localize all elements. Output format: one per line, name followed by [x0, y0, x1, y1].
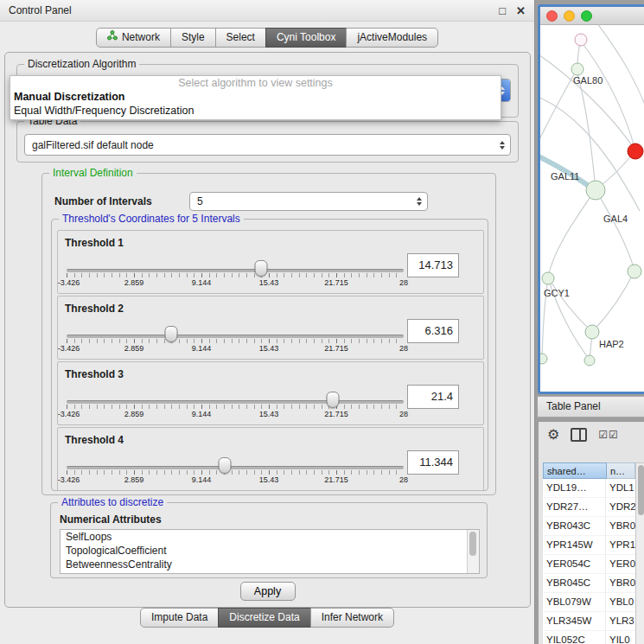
cell[interactable]: YER054C: [543, 555, 606, 573]
column-header-name[interactable]: n…: [607, 462, 635, 479]
cell[interactable]: YDR27…: [543, 498, 606, 516]
number-of-intervals-combobox[interactable]: 5: [189, 192, 428, 211]
threshold-value-field[interactable]: 21.4: [407, 385, 459, 409]
table-row[interactable]: YER054C YER0: [543, 555, 635, 574]
table-toolbar: ⚙ ☑☑: [547, 424, 619, 445]
group-title: Interval Definition: [49, 167, 137, 179]
slider-track[interactable]: [67, 335, 404, 338]
tick-label: 9.144: [192, 344, 212, 353]
table-row[interactable]: YDL19… YDL1: [543, 479, 635, 498]
tab-discretize-data[interactable]: Discretize Data: [218, 608, 310, 628]
network-node[interactable]: [575, 34, 587, 46]
network-node-selected[interactable]: [628, 143, 643, 159]
threshold-slider[interactable]: -3.426 2.859 9.144 15.43 21.715 28: [67, 296, 404, 359]
tab-jactivemodules[interactable]: jActiveModules: [346, 28, 438, 48]
apply-button[interactable]: Apply: [240, 582, 296, 601]
table-row[interactable]: YBR043C YBR0: [543, 517, 635, 536]
threshold-slider[interactable]: -3.426 2.859 9.144 15.43 21.715 28: [67, 362, 404, 424]
cell[interactable]: YBR0: [606, 517, 635, 535]
cell[interactable]: YBL0: [606, 593, 635, 611]
table-row[interactable]: YBL079W YBL0: [543, 593, 635, 612]
cell[interactable]: YIL0: [606, 631, 635, 644]
table-data-group: Table Data galFiltered.sif default node: [16, 121, 519, 163]
table-row[interactable]: YPR145W YPR1: [543, 536, 635, 555]
tick-label: 21.715: [324, 278, 348, 287]
gear-icon[interactable]: ⚙: [547, 428, 559, 442]
cell[interactable]: YDL19…: [543, 479, 606, 497]
table-row[interactable]: YIL052C YIL0: [543, 631, 635, 644]
close-icon[interactable]: ✕: [516, 5, 526, 16]
top-tab-bar: Network Style Select Cyni Toolbox jActiv…: [0, 28, 534, 48]
scrollbar-thumb[interactable]: [638, 465, 644, 515]
list-item[interactable]: TopologicalCoefficient: [61, 544, 479, 558]
network-canvas[interactable]: GAL80 GAL11 GAL4 GCY1 HAP2: [540, 25, 644, 392]
combobox-arrows-icon[interactable]: [494, 135, 510, 155]
restore-icon[interactable]: □: [499, 5, 506, 16]
cell[interactable]: YPR1: [606, 536, 635, 554]
cell[interactable]: YIL052C: [543, 631, 606, 644]
network-node[interactable]: [571, 63, 583, 75]
interval-definition-group: Interval Definition Number of Intervals …: [41, 173, 496, 495]
cell[interactable]: YBR043C: [543, 517, 606, 535]
column-header-shared-name[interactable]: shared…: [543, 462, 607, 479]
table-row[interactable]: YLR345W YLR3: [543, 612, 635, 631]
tab-select[interactable]: Select: [215, 28, 266, 48]
threshold-value-field[interactable]: 6.316: [407, 319, 459, 343]
slider-thumb[interactable]: [164, 326, 177, 342]
tab-cyni-toolbox[interactable]: Cyni Toolbox: [265, 28, 347, 48]
columns-icon[interactable]: [571, 428, 587, 442]
slider-thumb[interactable]: [219, 457, 232, 474]
network-node[interactable]: [628, 265, 641, 278]
cell[interactable]: YBR0: [606, 574, 635, 592]
network-node[interactable]: [540, 354, 547, 364]
table-row[interactable]: YBR045C YBR0: [543, 574, 635, 593]
attributes-list[interactable]: SelfLoops TopologicalCoefficient Between…: [60, 529, 480, 574]
list-scrollbar[interactable]: [467, 530, 479, 573]
select-columns-checkbox-icon[interactable]: ☑☑: [598, 430, 619, 440]
window-title: Control Panel: [9, 4, 72, 16]
scrollbar-thumb[interactable]: [469, 532, 476, 556]
cell[interactable]: YPR145W: [543, 536, 606, 554]
threshold-panel-4: Threshold 4 -3.426 2.859 9.144 15.43 21.…: [57, 427, 484, 491]
tab-style[interactable]: Style: [170, 28, 216, 48]
slider-track[interactable]: [67, 400, 404, 404]
tab-network[interactable]: Network: [96, 28, 171, 48]
dropdown-hint: Select algorithm to view settings: [10, 76, 501, 90]
threshold-value-field[interactable]: 14.713: [407, 253, 459, 277]
tick-label: 15.43: [259, 475, 279, 484]
network-node[interactable]: [586, 181, 605, 200]
cell[interactable]: YBR045C: [543, 574, 606, 592]
cell[interactable]: YLR345W: [543, 612, 606, 630]
table-scrollbar[interactable]: [635, 462, 644, 644]
network-node[interactable]: [585, 325, 599, 339]
tab-label: jActiveModules: [357, 29, 427, 47]
close-traffic-light[interactable]: [546, 10, 558, 22]
slider-thumb[interactable]: [327, 392, 340, 408]
slider-thumb[interactable]: [255, 260, 268, 277]
cell[interactable]: YBL079W: [543, 593, 606, 611]
table-panel-header[interactable]: Table Panel: [538, 396, 644, 418]
table-row[interactable]: YDR27… YDR2: [543, 498, 635, 517]
dropdown-option-manual-discretization[interactable]: Manual Discretization: [10, 90, 501, 104]
cell[interactable]: YER0: [606, 555, 635, 573]
list-item[interactable]: BetweennessCentrality: [61, 558, 479, 571]
network-node[interactable]: [542, 272, 554, 284]
network-node[interactable]: [584, 355, 595, 366]
dropdown-option-equal-width-frequency[interactable]: Equal Width/Frequency Discretization: [10, 104, 501, 118]
tab-infer-network[interactable]: Infer Network: [310, 608, 394, 628]
minimize-traffic-light[interactable]: [564, 10, 575, 22]
network-node-labels: GAL80 GAL11 GAL4 GCY1 HAP2: [544, 75, 628, 349]
threshold-slider[interactable]: -3.426 2.859 9.144 15.43 21.715 28: [67, 231, 404, 293]
slider-track[interactable]: [67, 269, 404, 272]
combobox-arrows-icon[interactable]: [411, 193, 427, 210]
threshold-slider[interactable]: -3.426 2.859 9.144 15.43 21.715 28: [67, 428, 404, 490]
zoom-traffic-light[interactable]: [581, 10, 592, 22]
cell[interactable]: YDR2: [606, 498, 635, 516]
slider-track[interactable]: [67, 466, 404, 469]
cell[interactable]: YLR3: [606, 612, 635, 630]
list-item[interactable]: SelfLoops: [61, 530, 479, 544]
cell[interactable]: YDL1: [606, 479, 635, 497]
table-data-combobox[interactable]: galFiltered.sif default node: [24, 134, 511, 156]
threshold-value-field[interactable]: 11.344: [407, 450, 459, 475]
tab-impute-data[interactable]: Impute Data: [140, 608, 219, 628]
